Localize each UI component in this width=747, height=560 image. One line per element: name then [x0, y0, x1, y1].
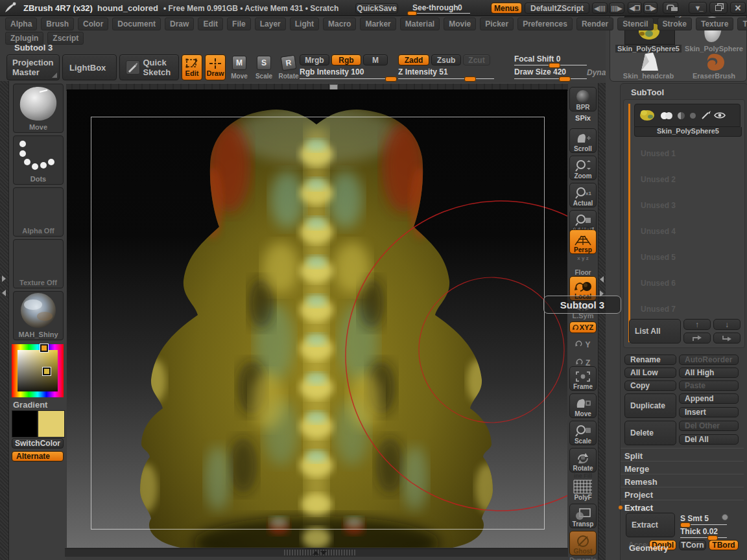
lightbox-button[interactable]: LightBox — [62, 54, 117, 80]
polypaint-quarter-icon[interactable] — [690, 113, 696, 119]
zadd-button[interactable]: Zadd — [398, 54, 429, 65]
color-picker-sv-square[interactable] — [18, 350, 58, 391]
paintbrush-icon[interactable] — [701, 111, 711, 120]
menu-light[interactable]: Light — [290, 18, 319, 30]
section-split[interactable]: Split — [621, 448, 744, 461]
minimize-button[interactable]: ▼̲ — [689, 2, 707, 14]
menu-zscript[interactable]: Zscript — [47, 32, 84, 45]
copy-button[interactable]: Copy — [624, 380, 676, 391]
tool-thumb-headcrab[interactable] — [636, 52, 665, 72]
subtool-moveup-button[interactable] — [683, 332, 711, 344]
menu-movie[interactable]: Movie — [444, 18, 476, 30]
alternate-button[interactable]: Alternate — [12, 451, 64, 461]
canvas-bottom-divider[interactable] — [65, 548, 569, 557]
quicksave-button[interactable]: QuickSave — [355, 3, 398, 14]
z-intensity-handle[interactable] — [464, 76, 476, 82]
hue-selector[interactable] — [40, 344, 48, 352]
sv-selector[interactable] — [43, 368, 51, 375]
menu-layer[interactable]: Layer — [255, 18, 286, 30]
main-color-swatch[interactable] — [12, 410, 38, 438]
menu-color[interactable]: Color — [78, 18, 108, 30]
doc-next-icon[interactable]: ❐▶ — [643, 2, 658, 14]
rgb-intensity-track[interactable] — [300, 78, 396, 79]
menu-edit[interactable]: Edit — [198, 18, 223, 30]
actual-button[interactable]: x1 Actual — [569, 183, 597, 207]
quick-sketch-button[interactable]: Quick Sketch — [119, 54, 179, 80]
z-intensity-track[interactable] — [398, 78, 494, 79]
secondary-color-swatch[interactable] — [38, 410, 65, 438]
subtool-active-name[interactable]: Skin_PolySphere5 — [634, 127, 742, 137]
floor-label[interactable]: Floor — [569, 269, 597, 276]
s-smt-radio[interactable] — [722, 514, 728, 520]
color-picker[interactable] — [12, 344, 64, 397]
list-all-button[interactable]: List All — [629, 319, 681, 344]
ghost-button[interactable]: Ghost — [569, 531, 597, 555]
menu-material[interactable]: Material — [400, 18, 440, 30]
menu-alpha[interactable]: Alpha — [5, 18, 37, 30]
geometry-header[interactable]: Geometry — [629, 543, 669, 553]
menu-brush[interactable]: Brush — [41, 18, 74, 30]
brush-thumbnail[interactable]: Move — [13, 84, 64, 133]
edit-button[interactable]: Edit — [182, 54, 202, 80]
menu-file[interactable]: File — [227, 18, 251, 30]
section-merge[interactable]: Merge — [621, 461, 744, 474]
draw-button[interactable]: Draw — [205, 54, 226, 80]
menu-tool[interactable]: Tool — [737, 18, 747, 30]
menu-macro[interactable]: Macro — [323, 18, 356, 30]
subtool-header[interactable]: SubTool — [631, 88, 664, 97]
subtool-item-active[interactable] — [634, 104, 741, 127]
del-all-button[interactable]: Del All — [679, 434, 739, 445]
subtool-movedown-button[interactable] — [713, 332, 741, 344]
zsub-button[interactable]: Zsub — [431, 54, 461, 65]
menu-render[interactable]: Render — [576, 18, 613, 30]
m-button[interactable]: M — [363, 54, 388, 65]
polypaint-half-icon[interactable] — [678, 112, 685, 119]
polyframe-button[interactable]: PolyF — [569, 478, 597, 501]
move-mode-button[interactable]: M Move — [228, 56, 250, 80]
draw-size-track[interactable] — [514, 78, 587, 79]
zscript-prev-icon[interactable]: ◀|||| — [592, 3, 608, 14]
subtool-item-unused-7[interactable]: Unused 7 — [641, 305, 676, 314]
subtool-item-unused-2[interactable]: Unused 2 — [641, 175, 676, 184]
menus-button[interactable]: Menus — [491, 3, 522, 14]
frame-button[interactable]: Frame — [569, 366, 597, 391]
switchcolor-button[interactable]: SwitchColor — [12, 438, 64, 449]
subtool-item-unused-3[interactable]: Unused 3 — [641, 201, 676, 210]
menu-texture[interactable]: Texture — [696, 18, 733, 30]
scale-mode-button[interactable]: S Scale — [253, 56, 275, 80]
subtool-up-button[interactable]: ↑ — [683, 319, 711, 330]
visibility-eye-icon[interactable] — [714, 111, 726, 119]
menu-stroke[interactable]: Stroke — [658, 18, 692, 30]
bottom-divider-handle[interactable] — [284, 550, 355, 555]
zcut-button[interactable]: Zcut — [463, 54, 490, 65]
persp-button[interactable]: Persp — [569, 229, 597, 254]
tcorn-button[interactable]: TCorn — [679, 540, 706, 550]
tool-thumb-eraser[interactable] — [701, 52, 727, 72]
menu-stencil[interactable]: Stencil — [617, 18, 653, 30]
append-button[interactable]: Append — [679, 393, 739, 404]
tbord-button[interactable]: TBord — [709, 540, 739, 550]
duplicate-button[interactable]: Duplicate — [624, 393, 676, 418]
doc-prev-icon[interactable]: ◀❐ — [628, 2, 642, 14]
scale-tool-button[interactable]: Scale — [569, 421, 597, 445]
rotate-mode-button[interactable]: R Rotate — [278, 56, 300, 80]
gradient-label[interactable]: Gradient — [13, 400, 47, 410]
left-tray-strip[interactable] — [0, 81, 9, 560]
del-other-button[interactable]: Del Other — [679, 421, 739, 431]
draw-size-handle[interactable] — [559, 76, 571, 82]
subtool-down-button[interactable]: ↓ — [713, 319, 741, 330]
mrgb-button[interactable]: Mrgb — [300, 54, 329, 65]
alpha-thumbnail[interactable]: Alpha Off — [13, 187, 64, 237]
xyz-button[interactable]: XYZ — [569, 321, 597, 333]
subtool-item-unused-5[interactable]: Unused 5 — [641, 253, 676, 262]
transp-button[interactable]: Transp — [569, 504, 597, 528]
menu-picker[interactable]: Picker — [480, 18, 514, 30]
all-low-button[interactable]: All Low — [624, 368, 676, 378]
section-extract[interactable]: Extract — [621, 500, 744, 513]
material-thumbnail[interactable]: MAH_Shiny — [13, 291, 64, 340]
subtool-item-unused-4[interactable]: Unused 4 — [641, 227, 676, 236]
restore-button[interactable] — [709, 2, 728, 14]
menu-marker[interactable]: Marker — [360, 18, 396, 30]
zoom-button[interactable]: Zoom — [569, 156, 597, 180]
rgb-button[interactable]: Rgb — [331, 54, 361, 65]
